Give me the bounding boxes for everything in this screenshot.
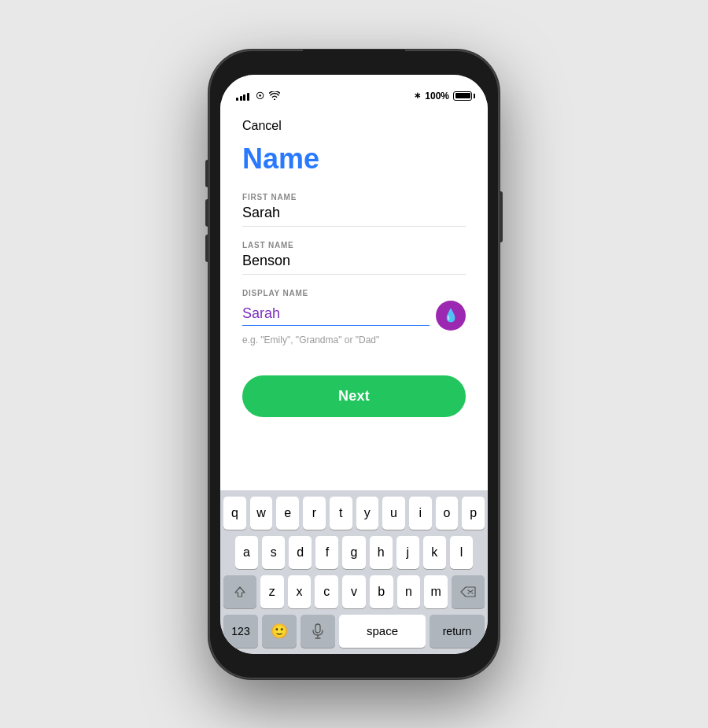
signal-bar-3 xyxy=(243,94,245,101)
phone-notch xyxy=(303,50,405,72)
color-picker-button[interactable]: 💧 xyxy=(436,301,466,331)
display-name-row: 💧 xyxy=(242,301,466,331)
app-content: Cancel Name FIRST NAME Sarah LAST NAME B… xyxy=(220,109,488,490)
display-name-label: DISPLAY NAME xyxy=(242,289,466,297)
key-j[interactable]: j xyxy=(396,536,419,569)
key-a[interactable]: a xyxy=(235,536,258,569)
phone-device: ☉ ∗ 100% Cancel Name xyxy=(208,50,500,679)
key-e[interactable]: e xyxy=(276,497,299,530)
first-name-value[interactable]: Sarah xyxy=(242,205,466,227)
signal-bar-1 xyxy=(236,98,238,101)
space-key[interactable]: space xyxy=(339,615,426,648)
key-m[interactable]: m xyxy=(424,575,448,608)
shift-icon xyxy=(234,586,246,598)
last-name-value[interactable]: Benson xyxy=(242,253,466,275)
key-x[interactable]: x xyxy=(288,575,312,608)
key-i[interactable]: i xyxy=(409,497,432,530)
droplet-icon: 💧 xyxy=(443,308,459,323)
shift-key[interactable] xyxy=(223,575,256,608)
last-name-label: LAST NAME xyxy=(242,241,466,249)
keyboard-row-3: z x c v b n m xyxy=(223,575,485,608)
keyboard: q w e r t y u i o p a s d f g h j k xyxy=(220,490,488,654)
key-v[interactable]: v xyxy=(342,575,366,608)
keyboard-row-1: q w e r t y u i o p xyxy=(223,497,485,530)
first-name-label: FIRST NAME xyxy=(242,193,466,201)
key-u[interactable]: u xyxy=(382,497,405,530)
phone-screen: ☉ ∗ 100% Cancel Name xyxy=(220,75,488,654)
key-p[interactable]: p xyxy=(462,497,485,530)
key-c[interactable]: c xyxy=(315,575,338,608)
key-y[interactable]: y xyxy=(356,497,379,530)
key-g[interactable]: g xyxy=(342,536,365,569)
microphone-icon xyxy=(312,623,323,639)
key-f[interactable]: f xyxy=(315,536,338,569)
signal-bar-2 xyxy=(240,96,242,101)
display-name-hint: e.g. "Emily", "Grandma" or "Dad" xyxy=(242,334,466,346)
signal-bars xyxy=(236,91,249,101)
page-title: Name xyxy=(242,142,466,176)
key-n[interactable]: n xyxy=(397,575,421,608)
status-left: ☉ xyxy=(236,91,280,102)
key-s[interactable]: s xyxy=(262,536,285,569)
key-r[interactable]: r xyxy=(303,497,326,530)
battery-icon xyxy=(453,91,472,101)
key-z[interactable]: z xyxy=(260,575,284,608)
battery-percent: 100% xyxy=(425,91,449,102)
numbers-key[interactable]: 123 xyxy=(223,615,258,648)
keyboard-row-2: a s d f g h j k l xyxy=(223,536,485,569)
delete-icon xyxy=(460,586,476,598)
display-name-input[interactable] xyxy=(242,305,430,326)
key-t[interactable]: t xyxy=(330,497,352,530)
display-name-group: DISPLAY NAME 💧 e.g. "Emily", "Grandma" o… xyxy=(242,289,466,346)
key-d[interactable]: d xyxy=(289,536,312,569)
signal-bar-4 xyxy=(247,93,249,101)
first-name-group: FIRST NAME Sarah xyxy=(242,193,466,227)
key-b[interactable]: b xyxy=(370,575,393,608)
mic-key[interactable] xyxy=(301,615,335,648)
bluetooth-icon: ∗ xyxy=(414,91,421,101)
emoji-key[interactable]: 🙂 xyxy=(262,615,297,648)
cancel-button[interactable]: Cancel xyxy=(242,116,282,136)
keyboard-bottom-row: 123 🙂 space return xyxy=(223,615,485,648)
wifi-icon: ☉ xyxy=(256,91,264,102)
svg-rect-0 xyxy=(315,624,320,633)
key-h[interactable]: h xyxy=(370,536,393,569)
next-button[interactable]: Next xyxy=(242,375,466,417)
key-w[interactable]: w xyxy=(250,497,273,530)
key-q[interactable]: q xyxy=(223,497,246,530)
return-key[interactable]: return xyxy=(430,615,485,648)
status-bar: ☉ ∗ 100% xyxy=(220,75,488,109)
delete-key[interactable] xyxy=(452,575,485,608)
key-o[interactable]: o xyxy=(436,497,459,530)
key-l[interactable]: l xyxy=(450,536,473,569)
last-name-group: LAST NAME Benson xyxy=(242,241,466,275)
battery-fill xyxy=(455,93,470,98)
status-right: ∗ 100% xyxy=(414,91,472,102)
wifi-svg-icon xyxy=(269,91,280,100)
key-k[interactable]: k xyxy=(423,536,446,569)
